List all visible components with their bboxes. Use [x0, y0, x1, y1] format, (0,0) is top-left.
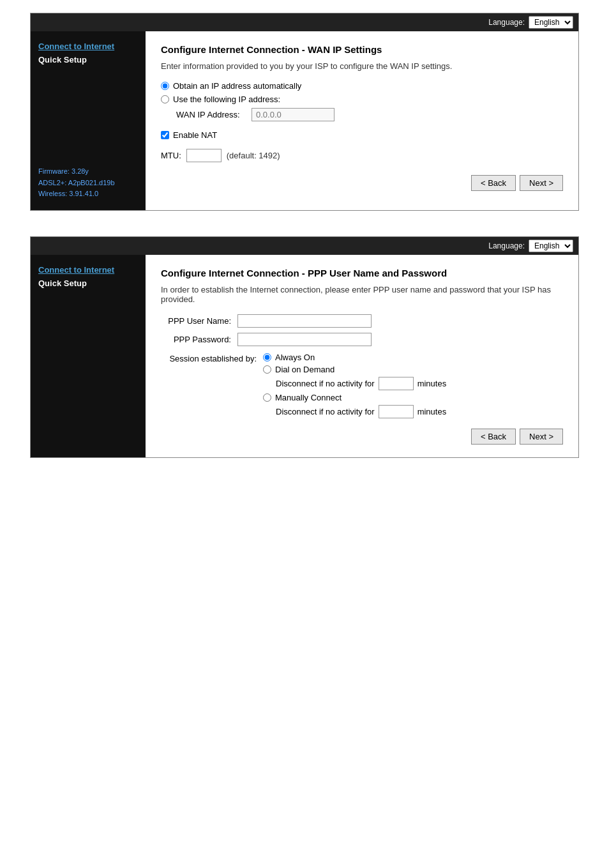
- sidebar-1: Connect to Internet Quick Setup Firmware…: [31, 31, 146, 210]
- ppp-pass-input[interactable]: [237, 333, 372, 346]
- back-button-2[interactable]: < Back: [471, 429, 516, 445]
- adsl-line: ADSL2+: A2pB021.d19b: [38, 179, 115, 187]
- next-button-1[interactable]: Next >: [520, 175, 563, 191]
- sidebar-link-quicksetup-2: Quick Setup: [38, 278, 138, 288]
- radio-use-following-label: Use the following IP address:: [173, 95, 280, 104]
- enable-nat-label: Enable NAT: [173, 130, 217, 140]
- next-button-2[interactable]: Next >: [520, 429, 563, 445]
- sidebar-link-connect-1[interactable]: Connect to Internet: [38, 42, 138, 51]
- session-options: Always On Dial on Demand Disconnect if n…: [263, 353, 446, 418]
- sidebar-nav-2: Connect to Internet Quick Setup: [38, 265, 138, 288]
- radio-use-following-input[interactable]: [161, 95, 169, 103]
- sidebar-firmware-1: Firmware: 3.28y ADSL2+: A2pB021.d19b Wir…: [38, 166, 138, 200]
- radio-obtain-auto-label: Obtain an IP address automatically: [173, 81, 301, 91]
- page-description-1: Enter information provided to you by you…: [161, 61, 563, 71]
- sidebar-nav-1: Connect to Internet Quick Setup: [38, 42, 138, 65]
- mtu-input[interactable]: 1492: [186, 149, 222, 162]
- panel1-wan-ip: Language: English Connect to Internet Qu…: [30, 13, 579, 211]
- panel1-main: Configure Internet Connection - WAN IP S…: [146, 31, 578, 210]
- ppp-user-input[interactable]: [237, 314, 372, 328]
- disconnect-label-2: Disconnect if no activity for: [276, 407, 375, 416]
- always-on-label: Always On: [275, 353, 315, 362]
- disconnect-input-2[interactable]: 0: [379, 405, 414, 418]
- panel1-body: Connect to Internet Quick Setup Firmware…: [31, 31, 578, 210]
- disconnect-row-1: Disconnect if no activity for 0 minutes: [276, 377, 446, 390]
- wan-ip-input[interactable]: [252, 108, 335, 121]
- radio-use-following: Use the following IP address:: [161, 95, 563, 104]
- mtu-label: MTU:: [161, 151, 181, 160]
- page-title-1: Configure Internet Connection - WAN IP S…: [161, 44, 563, 55]
- radio-obtain-auto: Obtain an IP address automatically: [161, 81, 563, 91]
- session-label-row: Session established by: Always On Dial o…: [161, 353, 563, 418]
- ppp-user-row: PPP User Name:: [161, 314, 563, 328]
- disconnect-label-1: Disconnect if no activity for: [276, 379, 375, 388]
- language-label-2: Language:: [488, 241, 525, 250]
- option-manually-row: Manually Connect: [263, 393, 446, 402]
- top-bar-1: Language: English: [31, 13, 578, 31]
- button-row-1: < Back Next >: [161, 175, 563, 191]
- ppp-pass-label: PPP Password:: [161, 335, 231, 344]
- disconnect-row-2: Disconnect if no activity for 0 minutes: [276, 405, 446, 418]
- panel2-ppp: Language: English Connect to Internet Qu…: [30, 236, 579, 458]
- ppp-user-label: PPP User Name:: [161, 316, 231, 326]
- firmware-line: Firmware: 3.28y: [38, 167, 89, 175]
- radio-manually-connect[interactable]: [263, 393, 271, 402]
- minutes-label-1: minutes: [417, 379, 447, 388]
- language-select-1[interactable]: English: [529, 16, 573, 29]
- sidebar-link-connect-2[interactable]: Connect to Internet: [38, 265, 138, 275]
- option-always-on-row: Always On: [263, 353, 446, 362]
- option-dial-demand-row: Dial on Demand: [263, 365, 446, 374]
- wan-ip-field: WAN IP Address:: [176, 108, 563, 121]
- back-button-1[interactable]: < Back: [471, 175, 516, 191]
- manually-connect-label: Manually Connect: [275, 393, 342, 402]
- radio-obtain-auto-input[interactable]: [161, 82, 169, 90]
- session-label-text: Session established by:: [161, 353, 257, 363]
- radio-dial-demand[interactable]: [263, 365, 271, 374]
- enable-nat-checkbox[interactable]: [161, 131, 169, 139]
- panel2-body: Connect to Internet Quick Setup Configur…: [31, 255, 578, 457]
- minutes-label-2: minutes: [417, 407, 447, 416]
- language-select-2[interactable]: English: [529, 240, 573, 252]
- page-description-2: In order to establish the Internet conne…: [161, 285, 563, 304]
- ppp-pass-row: PPP Password:: [161, 333, 563, 346]
- sidebar-link-quicksetup-1: Quick Setup: [38, 55, 138, 65]
- language-label-1: Language:: [488, 18, 525, 27]
- button-row-2: < Back Next >: [161, 429, 563, 445]
- wan-ip-label: WAN IP Address:: [176, 110, 246, 119]
- page-title-2: Configure Internet Connection - PPP User…: [161, 268, 563, 278]
- ip-address-section: Obtain an IP address automatically Use t…: [161, 81, 563, 121]
- panel2-main: Configure Internet Connection - PPP User…: [146, 255, 578, 457]
- radio-always-on[interactable]: [263, 353, 271, 362]
- session-section: Session established by: Always On Dial o…: [161, 353, 563, 418]
- sidebar-2: Connect to Internet Quick Setup: [31, 255, 146, 457]
- enable-nat-row: Enable NAT: [161, 130, 563, 140]
- disconnect-input-1[interactable]: 0: [379, 377, 414, 390]
- wireless-line: Wireless: 3.91.41.0: [38, 190, 98, 197]
- mtu-default: (default: 1492): [227, 151, 280, 160]
- dial-demand-label: Dial on Demand: [275, 365, 335, 374]
- mtu-row: MTU: 1492 (default: 1492): [161, 149, 563, 162]
- top-bar-2: Language: English: [31, 237, 578, 255]
